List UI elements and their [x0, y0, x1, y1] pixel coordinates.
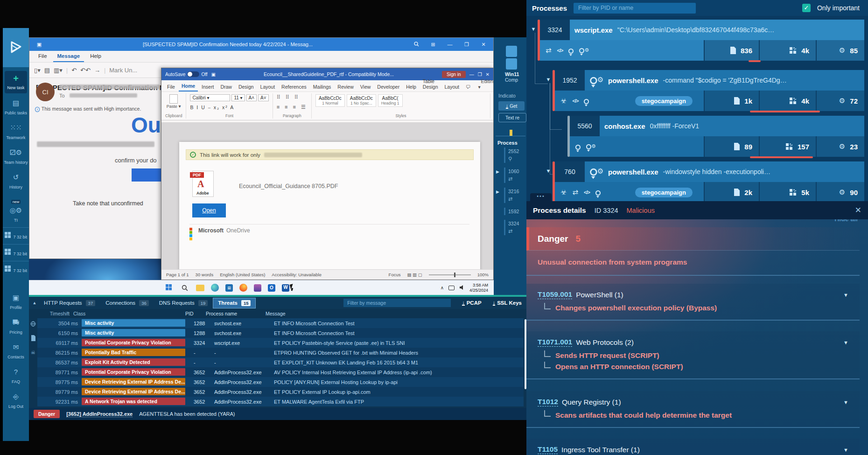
taskbar-chevron-icon[interactable]: ∧ — [441, 285, 444, 290]
registry-counter[interactable]: ⚙ 72 — [816, 91, 864, 111]
tab-home[interactable]: Home — [179, 81, 198, 91]
maximize-button[interactable]: ❐ — [478, 72, 482, 77]
get-sample-button[interactable]: ↓Get — [498, 101, 525, 111]
shrink-font-icon[interactable]: A˅ — [258, 94, 269, 101]
close-button[interactable]: ✕ — [486, 72, 490, 77]
threat-row[interactable]: 89775 ms Device Retrieving External IP A… — [37, 377, 524, 387]
grow-font-icon[interactable]: A˄ — [246, 94, 257, 101]
sandbox-vm-screen[interactable]: ▣ [SUSPECTED SPAM]ID Confirmation Needed… — [29, 37, 494, 295]
outlook-titlebar[interactable]: ▣ [SUSPECTED SPAM]ID Confirmation Needed… — [29, 38, 493, 51]
modules-counter[interactable]: 4k — [759, 40, 816, 61]
process-row-wscript[interactable]: ▼ 3324 wscript.exe "C:\Users\admin\Deskt… — [526, 20, 864, 61]
registry-counter[interactable]: ⚙ 23 — [816, 136, 864, 157]
sender-avatar[interactable]: CI — [36, 83, 55, 101]
text-report-button[interactable]: Text re — [498, 113, 526, 122]
menu-message[interactable]: Message — [53, 52, 84, 62]
threat-row[interactable]: 86215 ms Potentially Bad Traffic - - ETP… — [37, 348, 524, 357]
sidebar-item-public-tasks[interactable]: ▤ Public tasks — [3, 95, 29, 120]
chevron-down-icon[interactable]: ▼ — [843, 399, 848, 405]
tab-references[interactable]: References — [279, 82, 309, 91]
mini-process-row[interactable]: 3324⇄ — [504, 220, 526, 235]
registry-counter[interactable]: ⚙ 90 — [816, 182, 864, 203]
mark-unread-button[interactable]: Mark Un... — [109, 67, 137, 74]
menu-file[interactable]: File — [34, 52, 51, 62]
modules-counter[interactable]: 4k — [759, 91, 816, 111]
tab-http-requests[interactable]: HTTP Requests37 — [39, 298, 100, 308]
file-icon[interactable] — [31, 335, 35, 342]
pdf-file-icon[interactable]: PDF A Adobe — [192, 171, 214, 197]
chevron-down-icon[interactable]: ▼ — [843, 340, 848, 345]
mini-process-row[interactable]: 2552⚲ — [504, 147, 526, 163]
zoom-level[interactable]: 100% — [477, 272, 489, 277]
technique-link[interactable]: T1012 — [538, 398, 558, 406]
files-counter[interactable]: 836 — [704, 40, 759, 61]
pcap-download-button[interactable]: ↓PCAP — [462, 300, 481, 306]
sidebar-item-vm-2[interactable]: 7 32 bit — [3, 244, 29, 261]
threat-row[interactable]: 6150 ms Misc activity 1288 svchost.exe E… — [37, 328, 524, 338]
style-heading1[interactable]: AaBbC(Heading 1 — [378, 94, 403, 107]
expand-chevron-icon[interactable]: ▶ — [496, 189, 499, 194]
speaker-icon[interactable] — [459, 284, 465, 292]
close-button[interactable]: ✕ — [477, 42, 490, 48]
collapse-panel-icon[interactable]: ▲ — [31, 301, 38, 305]
network-tray-icon[interactable] — [448, 286, 455, 290]
expand-chevron-icon[interactable]: ▶ — [496, 169, 499, 174]
outlook-icon[interactable]: O — [268, 284, 275, 292]
font-size-select[interactable]: 11 ▾ — [231, 94, 245, 101]
taskbar-clock[interactable]: 3:58 AM 4/25/2024 — [469, 283, 488, 293]
save-icon[interactable]: ▣ — [211, 72, 216, 77]
sidebar-item-profile[interactable]: ▣ Profile — [3, 290, 29, 315]
ribbon-display-icon[interactable]: ⊞ — [427, 42, 439, 48]
firefox-icon[interactable] — [239, 284, 247, 292]
sidebar-item-pricing[interactable]: ⛟ Pricing — [3, 315, 29, 339]
threat-row[interactable]: 92231 ms A Network Trojan was detected 3… — [37, 397, 524, 406]
technique-detail[interactable]: Scans artifacts that could help determin… — [544, 411, 848, 420]
sidebar-item-logout[interactable]: ⎆ Log Out — [3, 389, 29, 413]
word-count[interactable]: 30 words — [196, 272, 214, 277]
tab-layout[interactable]: Layout — [258, 82, 278, 91]
process-row-conhost[interactable]: 5560 conhost.exe 0xffffffff -ForceV1 ⚙ 8… — [526, 116, 864, 157]
page-indicator[interactable]: Page 1 of 1 — [166, 272, 189, 277]
search-icon[interactable] — [180, 283, 189, 293]
collapse-chevron-icon[interactable]: ▼ — [544, 70, 553, 111]
technique-link[interactable]: T1059.001 — [538, 290, 572, 299]
tab-draw[interactable]: Draw — [217, 82, 235, 91]
tab-threats[interactable]: Threats15 — [213, 298, 255, 308]
process-filter-input[interactable] — [574, 3, 696, 14]
files-counter[interactable]: 2k — [704, 182, 759, 203]
sidebar-item-vm-3[interactable]: 7 32 bit — [3, 261, 29, 278]
accessibility-status[interactable]: Accessibility: Unavailable — [272, 272, 322, 277]
file-explorer-icon[interactable] — [196, 285, 204, 291]
language-indicator[interactable]: English (United States) — [220, 272, 265, 277]
focus-button[interactable]: Focus — [389, 272, 401, 277]
forward-icon[interactable]: → — [94, 67, 100, 74]
archive-icon[interactable]: ▤ — [44, 67, 50, 74]
threat-footer-bar[interactable]: Danger [3652] AddInProcess32.exe AGENTTE… — [29, 408, 527, 420]
comment-icon[interactable]: 🗩 — [463, 82, 474, 91]
sidebar-item-ti[interactable]: new ◎⚙ TI — [3, 194, 29, 227]
sidebar-item-history[interactable]: ↺ History — [3, 169, 29, 194]
technique-detail[interactable]: Changes powershell execution policy (Byp… — [544, 304, 848, 312]
technique-link[interactable]: T1071.001 — [538, 338, 572, 347]
minimize-button[interactable]: — — [469, 72, 474, 77]
stegocampaign-tag[interactable]: stegocampaign — [635, 188, 693, 197]
mini-process-row[interactable]: 1592 — [504, 208, 526, 215]
registry-counter[interactable]: ⚙ 85 — [816, 40, 864, 61]
menu-help[interactable]: Help — [86, 52, 105, 62]
modules-counter[interactable]: 157 — [759, 136, 816, 157]
sidebar-item-contacts[interactable]: ✉ Contacts — [3, 339, 29, 364]
threat-row[interactable]: 89771 ms Potential Corporate Privacy Vio… — [37, 367, 524, 377]
ssl-keys-download-button[interactable]: ↓SSL Keys — [493, 300, 522, 306]
sidebar-item-vm-1[interactable]: 7 32 bit — [3, 227, 29, 244]
winrar-icon[interactable] — [254, 284, 261, 292]
sidebar-item-faq[interactable]: ? FAQ — [3, 364, 29, 389]
search-icon[interactable] — [410, 42, 422, 48]
sign-in-button[interactable]: Sign in — [442, 71, 466, 78]
paste-icon[interactable] — [169, 94, 178, 104]
word-icon[interactable]: W — [282, 284, 289, 292]
tab-mailings[interactable]: Mailings — [310, 82, 334, 91]
close-icon[interactable]: ✕ — [855, 205, 861, 215]
align-buttons[interactable]: ≡ ≡ ≡ ☰ — [277, 104, 308, 110]
sidebar-item-teamwork[interactable]: ⁙⁙ Teamwork — [3, 120, 29, 145]
task-timeline[interactable] — [496, 130, 525, 136]
